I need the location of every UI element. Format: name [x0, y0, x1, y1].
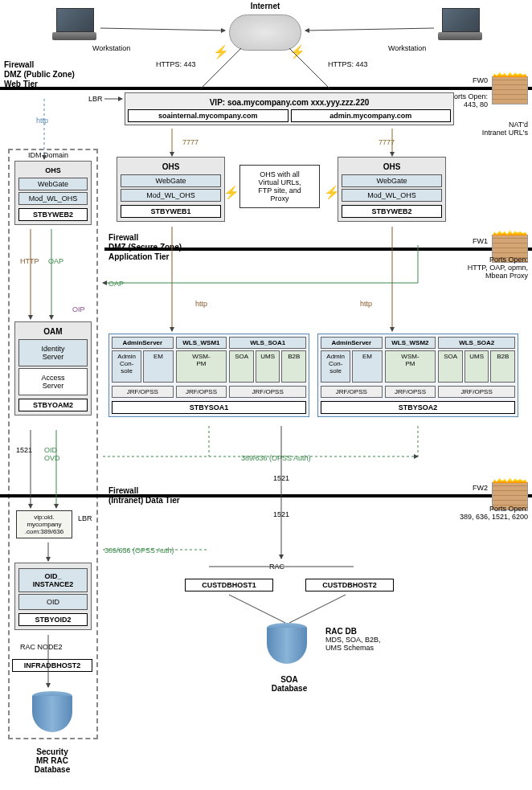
stbyweb2-host: OHS WebGate Mod_WL_OHS STBYWEB2 — [338, 157, 446, 222]
fw1-label: FW1 — [473, 237, 488, 245]
database-icon — [32, 691, 72, 735]
database-icon — [267, 623, 307, 667]
soa-db-label: SOA Database — [257, 675, 321, 693]
stbyoid2-tag: STBYOID2 — [18, 613, 88, 626]
internet-label: Internet — [233, 2, 297, 10]
p1521: 1521 — [16, 446, 32, 454]
oid-box: OID — [18, 594, 88, 610]
fw2-ports: Ports Open: 389, 636, 1521, 6200 — [460, 505, 528, 521]
wsm-pm: WSM- PM — [385, 350, 436, 383]
soa-c: SOA — [229, 350, 254, 383]
sec-db-label: Security MR RAC Database — [20, 747, 84, 774]
lbr-label: LBR — [78, 514, 92, 522]
b2b: B2B — [490, 350, 515, 383]
em: EM — [352, 350, 382, 383]
soainternal-url: soainternal.mycompany.com — [128, 109, 289, 122]
access-server: Access Server — [18, 368, 88, 395]
jrf-opss: JRF/OPSS — [321, 386, 383, 398]
lbr-box: VIP: soa.mycompany.com xxx.yyy.zzz.220 s… — [125, 92, 454, 125]
stbyoam2-tag: STBYOAM2 — [18, 399, 88, 411]
oid-host: OID_ INSTANCE2 OID STBYOID2 — [14, 563, 92, 630]
firewall-icon — [492, 76, 528, 104]
ohs-note: OHS with all Virtual URLs, FTP site, and… — [239, 165, 320, 208]
vip-label: VIP: soa.mycompany.com xxx.yyy.zzz.220 — [128, 96, 451, 109]
stbyweb1-host: OHS WebGate Mod_WL_OHS STBYWEB1 — [117, 157, 225, 222]
p1521: 1521 — [273, 510, 289, 518]
jrf-opss: JRF/OPSS — [112, 386, 174, 398]
rac-node2: RAC NODE2 — [20, 643, 63, 651]
svg-line-24 — [229, 595, 285, 623]
oid-instance: OID_ INSTANCE2 — [18, 568, 88, 592]
adminserver: AdminServer — [321, 337, 383, 349]
port-7777: 7777 — [182, 138, 198, 146]
p1521: 1521 — [273, 474, 289, 482]
wls-wsm2: WLS_WSM2 — [385, 337, 436, 349]
ohs-title: OHS — [121, 161, 221, 173]
soa-c: SOA — [438, 350, 463, 383]
stbysoa2-group: AdminServer Admin Con- sole EM JRF/OPSS … — [317, 334, 518, 417]
rac-db-info: RAC DB MDS, SOA, B2B, UMS Schemas — [325, 627, 381, 652]
oap-label: OAP — [48, 257, 63, 265]
oam-title: OAM — [18, 325, 88, 338]
jrf-opss: JRF/OPSS — [385, 386, 436, 398]
workstation-icon — [438, 8, 482, 40]
ohs-title: OHS — [18, 165, 88, 176]
admin-url: admin.mycompany.com — [291, 109, 452, 122]
rac-db-desc: MDS, SOA, B2B, UMS Schemas — [325, 636, 381, 652]
stbysoa1-group: AdminServer Admin Con- sole EM JRF/OPSS … — [108, 334, 309, 417]
jrf-opss: JRF/OPSS — [438, 386, 515, 398]
adminserver: AdminServer — [112, 337, 174, 349]
lightning-icon: ⚡ — [289, 44, 305, 59]
oam-host: OAM Identity Server Access Server STBYOA… — [14, 321, 92, 415]
oip-label: OIP — [72, 305, 85, 313]
svg-line-25 — [289, 595, 346, 623]
vip-oid: vip:oid. mycompany .com:389/636 — [16, 510, 72, 538]
workstation-icon — [52, 8, 96, 40]
rac-label: RAC — [269, 563, 284, 571]
rac-db-title: RAC DB — [325, 627, 381, 636]
workstation-label: Workstation — [388, 44, 426, 52]
wls-wsm1: WLS_WSM1 — [176, 337, 227, 349]
ums: UMS — [256, 350, 280, 383]
infradbhost2-tag: INFRADBHOST2 — [12, 659, 92, 672]
stbysoa1-tag: STBYSOA1 — [112, 401, 306, 414]
fw2-label: FW2 — [473, 484, 488, 492]
idm-ohs-host: OHS WebGate Mod_WL_OHS STBYWEB2 — [14, 161, 92, 225]
http-label: http — [360, 300, 372, 308]
idm-domain-label: IDM Domain — [28, 151, 68, 159]
fw0-label: FW0 — [473, 76, 488, 84]
mod-box: Mod_WL_OHS — [18, 192, 88, 205]
wls-soa1: WLS_SOA1 — [229, 337, 306, 349]
lightning-icon: ⚡ — [223, 185, 239, 200]
admin-console: Admin Con- sole — [321, 350, 350, 383]
fw0-title: FirewallDMZ (Public Zone)Web Tier — [4, 60, 75, 89]
fw0-ports: Ports Open: 443, 80 — [449, 92, 488, 108]
em: EM — [143, 350, 173, 383]
http-label: http — [195, 300, 207, 308]
jrf-opss: JRF/OPSS — [176, 386, 227, 398]
mod-box: Mod_WL_OHS — [121, 189, 221, 202]
stbyweb2-tag: STBYWEB2 — [342, 205, 442, 218]
oid-ovd: OID OVD — [44, 446, 60, 462]
lightning-icon: ⚡ — [213, 44, 229, 59]
identity-server: Identity Server — [18, 339, 88, 366]
fw1-ports: Ports Open: HTTP, OAP, opmn, Mbean Proxy — [468, 256, 528, 280]
svg-line-1 — [305, 28, 434, 31]
svg-line-0 — [100, 28, 225, 31]
ums: UMS — [464, 350, 489, 383]
custdbhost2-tag: CUSTDBHOST2 — [305, 579, 394, 591]
jrf-opss: JRF/OPSS — [229, 386, 306, 398]
nat-label: NAT'd Intranet URL's — [482, 121, 528, 137]
mod-box: Mod_WL_OHS — [342, 189, 442, 202]
admin-console: Admin Con- sole — [112, 350, 141, 383]
b2b: B2B — [281, 350, 306, 383]
http-label: HTTP — [20, 257, 39, 265]
https-label: HTTPS: 443 — [328, 60, 368, 68]
opss-auth: 389/636 (OPSS Auth) — [241, 454, 311, 462]
webgate-box: WebGate — [342, 174, 442, 187]
webgate-box: WebGate — [18, 178, 88, 190]
lbr-label: LBR — [88, 95, 103, 103]
oap-arrow: OAP — [108, 280, 124, 288]
http-label: http — [36, 117, 48, 125]
stbyweb2-tag: STBYWEB2 — [18, 208, 88, 221]
